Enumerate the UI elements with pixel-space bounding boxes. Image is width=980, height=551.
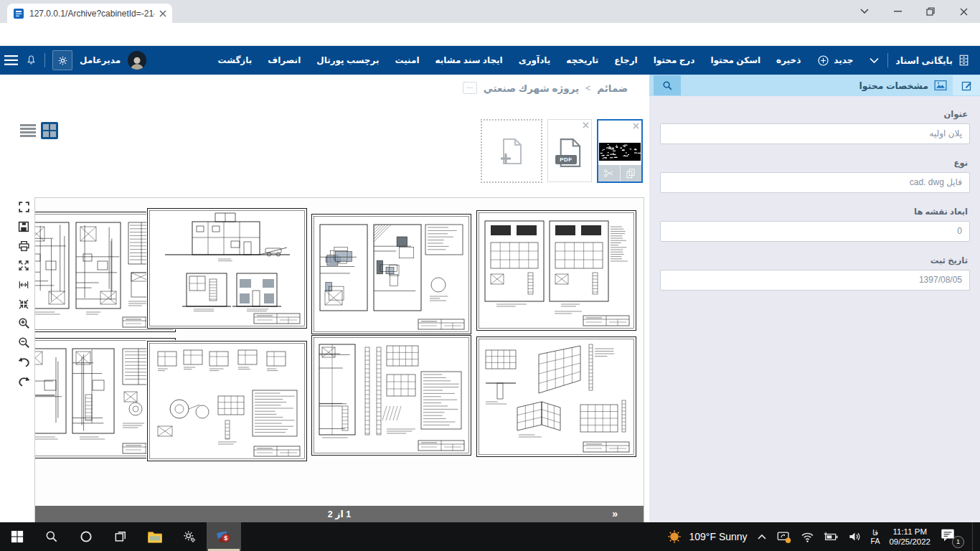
user-role-label: مدیرعامل (80, 55, 121, 65)
restore-icon[interactable] (914, 0, 947, 23)
redo-icon[interactable] (14, 372, 33, 390)
menu-item-create-similar[interactable]: ایجاد سند مشابه (428, 55, 511, 65)
page-indicator: 1 از 2 (35, 506, 644, 522)
menu-item-history[interactable]: تاریخچه (558, 55, 606, 65)
notification-center-icon[interactable]: 1 (940, 527, 961, 546)
cad-thumbnail[interactable] (599, 143, 641, 161)
cortana-icon[interactable] (69, 522, 103, 551)
edit-icon[interactable] (953, 75, 980, 95)
field-label-type: نوع (660, 158, 968, 168)
search-icon[interactable] (654, 75, 681, 95)
hamburger-icon[interactable] (4, 55, 18, 65)
list-view-icon[interactable] (20, 123, 36, 138)
menu-item-back[interactable]: بازگشت (209, 55, 260, 65)
clock[interactable]: 11:11 PM 09/25/2022 (889, 527, 930, 547)
menu-item-portal-tag[interactable]: برچسب پورتال (308, 55, 387, 65)
divider (887, 53, 888, 67)
bell-icon[interactable] (25, 54, 37, 67)
cad-sheet[interactable] (146, 207, 308, 329)
app-brand: بایگانی اسناد (888, 54, 977, 67)
sidebar-title-group: مشخصات محتوا (859, 75, 947, 96)
viewer-toolbar (14, 198, 33, 390)
copy-icon[interactable] (621, 165, 642, 182)
tab-search-icon[interactable] (848, 0, 881, 23)
cad-sheet[interactable] (146, 340, 308, 462)
field-input-register-date[interactable]: 1397/08/05 (660, 270, 970, 291)
breadcrumb-current[interactable]: ضمائم (597, 83, 628, 94)
svg-text:$: $ (224, 535, 227, 542)
breadcrumb-overflow[interactable]: ... (463, 82, 477, 94)
cut-icon[interactable] (598, 165, 620, 182)
main-content: ... پروژه شهرك صنعتي < ضمائم PDF (0, 75, 649, 522)
field-input-type[interactable]: فایل cad. dwg (660, 172, 970, 193)
menu-item-insert-content[interactable]: درج محتوا (646, 55, 703, 65)
field-input-title[interactable]: پلان اولیه (660, 123, 970, 144)
user-avatar[interactable] (128, 51, 146, 70)
browser-tab-strip: 127.0.0.1/Archive?cabinetId=-214 (0, 0, 980, 23)
system-tray: 109°F Sunny فا FA 11:11 PM 09/25/2022 1 (666, 522, 980, 551)
navbar-left: مدیرعامل (4, 46, 146, 75)
menu-item-new[interactable]: جدید (809, 54, 861, 67)
menu-item-scan-content[interactable]: اسکن محتوا (702, 55, 768, 65)
divider (44, 53, 45, 67)
app-navbar: مدیرعامل بایگانی اسناد جدید ذخیره اسکن م… (0, 46, 980, 75)
cad-sheet[interactable] (476, 209, 637, 331)
task-view-icon[interactable] (103, 522, 138, 551)
tab-close-icon[interactable] (159, 10, 166, 17)
print-icon[interactable] (14, 237, 33, 255)
field-label-register-date: تاریخ ثبت (660, 255, 968, 265)
zoom-in-icon[interactable] (14, 314, 33, 332)
undo-icon[interactable] (14, 353, 33, 371)
start-button[interactable] (0, 522, 34, 551)
save-icon[interactable] (14, 217, 33, 235)
breadcrumb: ... پروژه شهرك صنعتي < ضمائم (463, 82, 628, 94)
file-explorer-icon[interactable] (138, 522, 172, 551)
weather-text: 109°F Sunny (689, 531, 747, 542)
field-label-map-dimensions: ابعاد نقشه ها (660, 207, 968, 217)
battery-icon[interactable] (824, 532, 839, 542)
zoom-out-icon[interactable] (14, 334, 33, 352)
collapse-icon[interactable] (14, 295, 33, 313)
pagination-bar[interactable]: 1 از 2 » (35, 506, 644, 522)
wifi-icon[interactable] (801, 532, 814, 542)
add-attachment-card[interactable] (481, 119, 542, 183)
remove-attachment-icon[interactable] (633, 123, 639, 129)
chevron-down-icon[interactable] (861, 57, 887, 64)
tray-chevron-up-icon[interactable] (757, 533, 767, 540)
next-page-chevrons[interactable]: » (612, 506, 618, 522)
remove-attachment-icon[interactable] (583, 122, 589, 128)
selected-attachment-card[interactable] (597, 119, 643, 183)
volume-icon[interactable] (848, 531, 862, 542)
sun-icon (666, 529, 682, 545)
fullscreen-icon[interactable] (14, 198, 33, 216)
gear-icon[interactable] (52, 50, 72, 70)
fit-width-icon[interactable] (14, 276, 33, 293)
grid-view-icon[interactable] (41, 122, 58, 139)
cad-sheet[interactable] (311, 213, 472, 335)
cabinet-icon (958, 54, 970, 67)
menu-item-cancel[interactable]: انصراف (260, 55, 308, 65)
cad-sheet[interactable] (476, 336, 637, 458)
language-indicator[interactable]: فا FA (871, 528, 880, 545)
browser-tab[interactable]: 127.0.0.1/Archive?cabinetId=-214 (7, 4, 172, 23)
active-app-button[interactable]: $ (207, 522, 241, 551)
close-window-icon[interactable] (947, 0, 980, 23)
menu-item-reminder[interactable]: یادآوری (511, 55, 559, 65)
minimize-icon[interactable] (881, 0, 914, 23)
taskbar-search-icon[interactable] (34, 522, 69, 551)
weather-widget[interactable]: 109°F Sunny (666, 529, 747, 545)
time-text: 11:11 PM (889, 527, 930, 537)
menu-item-security[interactable]: امنیت (387, 55, 427, 65)
menu-item-refer[interactable]: ارجاع (606, 55, 645, 65)
field-input-map-dimensions[interactable]: 0 (660, 221, 970, 242)
breadcrumb-separator: < (585, 83, 590, 93)
show-desktop-strip[interactable] (972, 522, 973, 551)
breadcrumb-parent[interactable]: پروژه شهرك صنعتي (484, 83, 579, 94)
settings-icon[interactable] (172, 522, 207, 551)
cad-sheet[interactable] (311, 334, 472, 456)
cast-icon[interactable] (776, 530, 791, 544)
pdf-attachment-card[interactable]: PDF (547, 119, 592, 182)
attachment-actions (598, 165, 641, 182)
expand-icon[interactable] (14, 256, 33, 274)
menu-item-save[interactable]: ذخیره (768, 55, 809, 65)
